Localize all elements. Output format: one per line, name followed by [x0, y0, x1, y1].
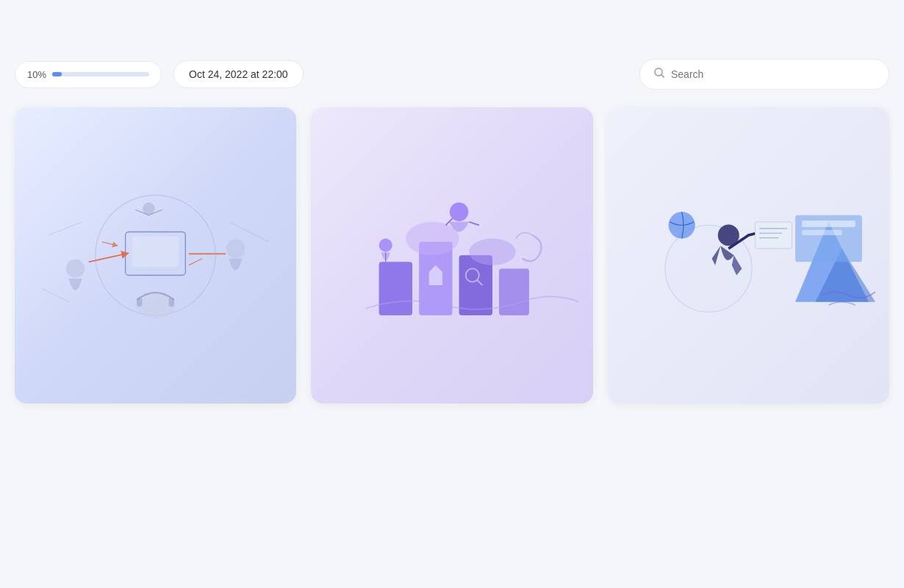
svg-point-5 — [66, 259, 85, 278]
progress-bar-fill — [52, 72, 62, 76]
progress-label: 10% — [27, 69, 46, 80]
progress-bar-track — [52, 72, 149, 76]
progress-container: 10% — [15, 61, 162, 88]
svg-rect-46 — [802, 220, 855, 227]
svg-rect-4 — [132, 237, 179, 267]
illustrations-image — [608, 107, 889, 404]
svg-line-14 — [42, 289, 68, 302]
svg-point-31 — [379, 239, 392, 252]
svg-point-30 — [449, 203, 467, 221]
card-styleframe: Styleframe Jan 17, 2022 Jan 15, 2022 + A… — [311, 107, 592, 404]
svg-line-7 — [89, 254, 126, 262]
svg-point-6 — [226, 240, 245, 258]
svg-point-29 — [469, 239, 516, 265]
svg-point-28 — [405, 222, 459, 255]
svg-line-13 — [229, 222, 269, 242]
storyboard-image — [15, 107, 296, 404]
svg-line-12 — [49, 222, 82, 235]
svg-rect-27 — [499, 269, 529, 316]
card-illustrations: Illustrations Jan 13, 2022 Jan 12, 2022 … — [608, 107, 889, 404]
svg-rect-24 — [379, 262, 412, 315]
svg-rect-49 — [755, 222, 792, 248]
svg-line-1 — [661, 75, 664, 78]
svg-point-15 — [143, 203, 154, 215]
search-icon — [653, 67, 665, 82]
top-bar: 10% Oct 24, 2022 at 22:00 — [15, 59, 889, 90]
search-box[interactable] — [639, 59, 889, 90]
date-pill: Oct 24, 2022 at 22:00 — [173, 60, 304, 88]
styleframe-image — [311, 107, 592, 404]
cards-grid: Storyboard + Start date + Due date + Ass… — [15, 107, 889, 404]
card-storyboard: Storyboard + Start date + Due date + Ass… — [15, 107, 296, 404]
search-input[interactable] — [671, 68, 875, 80]
svg-rect-47 — [802, 230, 842, 235]
